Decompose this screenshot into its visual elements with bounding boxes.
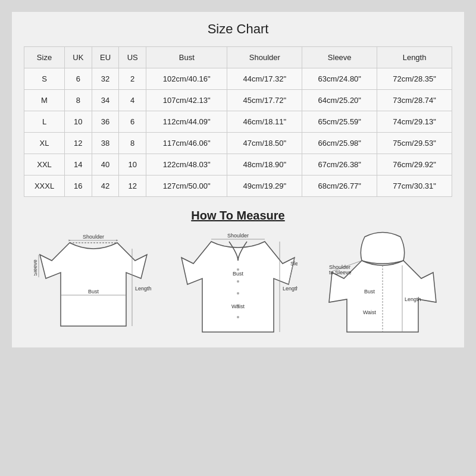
svg-text:Length: Length [283,286,298,292]
hoodie-diagram: Bust Waist Length Shoulder to Sleeve [314,231,452,338]
table-cell: 75cm/29.53" [377,133,452,154]
table-cell: 16 [65,176,92,197]
table-header-cell: EU [92,47,119,68]
table-cell: 102cm/40.16" [146,68,227,90]
svg-text:Bust: Bust [364,289,375,295]
table-header-row: SizeUKEUUSBustShoulderSleeveLength [24,47,452,68]
table-cell: 65cm/25.59" [302,111,377,133]
main-container: Size Chart SizeUKEUUSBustShoulderSleeveL… [12,12,464,347]
tshirt-diagram: Shoulder Sleeve Bust Length [24,231,162,338]
table-cell: 112cm/44.09" [146,111,227,133]
table-cell: 8 [119,133,146,154]
svg-text:to Sleeve: to Sleeve [329,270,352,275]
svg-text:Sleeve: Sleeve [290,261,298,267]
table-cell: 74cm/29.13" [377,111,452,133]
table-row: XXL144010122cm/48.03"48cm/18.90"67cm/26.… [24,154,452,176]
table-cell: XL [24,133,65,154]
table-row: L10366112cm/44.09"46cm/18.11"65cm/25.59"… [24,111,452,133]
table-cell: 40 [92,154,119,176]
how-to-title: How To Measure [24,209,452,223]
table-header-cell: US [119,47,146,68]
table-cell: XXL [24,154,65,176]
table-cell: 10 [119,154,146,176]
shirt-diagram: Shoulder Bust Waist Length Sleeve [168,231,307,338]
size-chart-table: SizeUKEUUSBustShoulderSleeveLength S6322… [24,46,452,197]
table-cell: 12 [65,133,92,154]
svg-text:Length: Length [135,286,152,292]
table-row: XL12388117cm/46.06"47cm/18.50"66cm/25.98… [24,133,452,154]
table-cell: 68cm/26.77" [302,176,377,197]
table-cell: 32 [92,68,119,90]
table-cell: 48cm/18.90" [227,154,302,176]
table-cell: 2 [119,68,146,90]
table-cell: 44cm/17.32" [227,68,302,90]
table-header-cell: Shoulder [227,47,302,68]
table-cell: 107cm/42.13" [146,90,227,111]
table-cell: 34 [92,90,119,111]
table-cell: 117cm/46.06" [146,133,227,154]
table-cell: 46cm/18.11" [227,111,302,133]
table-cell: 72cm/28.35" [377,68,452,90]
svg-text:Shoulder: Shoulder [83,234,104,240]
table-cell: 4 [119,90,146,111]
table-cell: 38 [92,133,119,154]
table-cell: 14 [65,154,92,176]
table-cell: 64cm/25.20" [302,90,377,111]
svg-text:Sleeve: Sleeve [34,259,38,276]
table-cell: 66cm/25.98" [302,133,377,154]
table-cell: M [24,90,65,111]
table-header-cell: UK [65,47,92,68]
table-header-cell: Length [377,47,452,68]
table-cell: XXXL [24,176,65,197]
svg-text:Shoulder: Shoulder [227,233,249,239]
svg-text:Bust: Bust [88,289,99,295]
table-cell: 76cm/29.92" [377,154,452,176]
svg-point-11 [237,292,239,295]
table-cell: L [24,111,65,133]
table-cell: 10 [65,111,92,133]
page-title: Size Chart [24,21,452,37]
table-cell: 8 [65,90,92,111]
table-cell: 6 [65,68,92,90]
table-header-cell: Sleeve [302,47,377,68]
table-cell: 45cm/17.72" [227,90,302,111]
svg-text:Bust: Bust [233,271,244,277]
table-cell: 127cm/50.00" [146,176,227,197]
table-row: S6322102cm/40.16"44cm/17.32"63cm/24.80"7… [24,68,452,90]
table-cell: 63cm/24.80" [302,68,377,90]
table-header-cell: Bust [146,47,227,68]
table-body: S6322102cm/40.16"44cm/17.32"63cm/24.80"7… [24,68,452,197]
table-cell: S [24,68,65,90]
table-cell: 6 [119,111,146,133]
table-cell: 73cm/28.74" [377,90,452,111]
table-cell: 67cm/26.38" [302,154,377,176]
diagrams-section: Shoulder Sleeve Bust Length [24,231,452,338]
svg-point-13 [237,316,239,318]
svg-text:Waist: Waist [363,309,377,315]
table-cell: 47cm/18.50" [227,133,302,154]
table-cell: 12 [119,176,146,197]
svg-point-10 [237,280,239,283]
svg-text:Waist: Waist [231,303,245,309]
table-cell: 77cm/30.31" [377,176,452,197]
table-cell: 36 [92,111,119,133]
svg-text:Length: Length [405,296,421,302]
table-cell: 122cm/48.03" [146,154,227,176]
table-header-cell: Size [24,47,65,68]
table-row: M8344107cm/42.13"45cm/17.72"64cm/25.20"7… [24,90,452,111]
table-row: XXXL164212127cm/50.00"49cm/19.29"68cm/26… [24,176,452,197]
table-cell: 49cm/19.29" [227,176,302,197]
table-cell: 42 [92,176,119,197]
